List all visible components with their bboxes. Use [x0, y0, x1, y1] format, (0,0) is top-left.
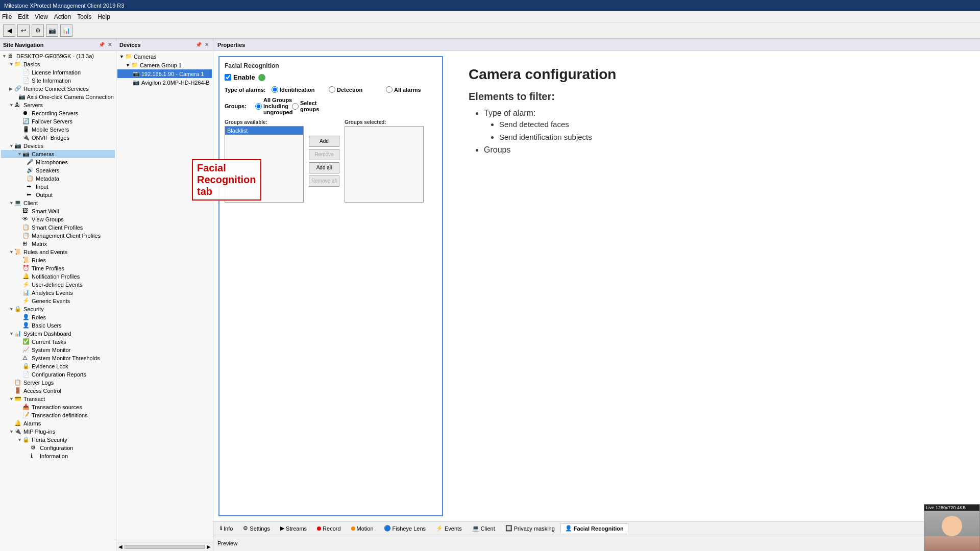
- tree-item-smartwall[interactable]: 🖼 Smart Wall: [1, 207, 115, 215]
- tab-streams[interactable]: ▶ Streams: [276, 523, 311, 533]
- tree-item-mip[interactable]: ▼ 🔌 MIP Plug-ins: [1, 428, 115, 436]
- tree-item-viewgroups[interactable]: 👁 View Groups: [1, 215, 115, 223]
- tree-item-metadata[interactable]: 📋 Metadata: [1, 174, 115, 183]
- groups-label: Groups:: [225, 103, 255, 109]
- devices-camera1[interactable]: 📷 192.168.1.90 - Camera 1: [117, 69, 212, 78]
- groups-all-option[interactable]: All Groups including ungrouped: [255, 97, 286, 115]
- tree-item-herta-config[interactable]: ⚙ Configuration: [1, 444, 115, 452]
- tree-item-servers[interactable]: ▼ 🖧 Servers: [1, 101, 115, 109]
- filter-elements-list: Type of alarm: Send detected faces Send …: [484, 109, 960, 155]
- tree-item-userevents[interactable]: ⚡ User-defined Events: [1, 281, 115, 289]
- tree-item-output[interactable]: ⬅ Output: [1, 191, 115, 199]
- toolbar-btn-4[interactable]: 📷: [46, 24, 58, 37]
- tree-item-thresholds[interactable]: ⚠ System Monitor Thresholds: [1, 354, 115, 362]
- groups-select-option[interactable]: Select groups: [292, 97, 323, 115]
- tree-item-security[interactable]: ▼ 🔒 Security: [1, 305, 115, 313]
- groups-available-list[interactable]: Blacklist: [225, 126, 304, 203]
- group-blacklist-item[interactable]: Blacklist: [225, 127, 303, 135]
- add-all-button[interactable]: Add all: [309, 162, 339, 173]
- devices-scrollbar[interactable]: ◀ ▶: [116, 542, 213, 551]
- tree-item-sysmonitor[interactable]: 📈 System Monitor: [1, 346, 115, 354]
- tree-item-accesscontrol[interactable]: 🚪 Access Control: [1, 387, 115, 395]
- tab-fisheye[interactable]: 🔵 Fisheye Lens: [379, 523, 430, 533]
- tree-item-tasks[interactable]: ✅ Current Tasks: [1, 338, 115, 346]
- tree-item-axis[interactable]: 📷 Axis One-click Camera Connection: [1, 93, 115, 101]
- tab-privacy[interactable]: 🔲 Privacy masking: [501, 523, 559, 533]
- tree-item-license[interactable]: 📄 License Information: [1, 68, 115, 77]
- tree-item-basics[interactable]: ▼ 📁 Basics: [1, 60, 115, 68]
- tree-item-transact[interactable]: ▼ 💳 Transact: [1, 395, 115, 403]
- tree-item-timeprofiles[interactable]: ⏰ Time Profiles: [1, 264, 115, 272]
- tree-item-microphones[interactable]: 🎤 Microphones: [1, 158, 115, 166]
- toolbar-btn-5[interactable]: 📊: [60, 24, 72, 37]
- menu-tools[interactable]: Tools: [77, 13, 91, 20]
- tree-item-herta[interactable]: ▼ 🔒 Herta Security: [1, 436, 115, 444]
- tree-item-cameras[interactable]: ▼ 📷 Cameras: [1, 150, 115, 158]
- tree-item-onvif[interactable]: 🔌 ONVIF Bridges: [1, 134, 115, 142]
- tree-item-mobile[interactable]: 📱 Mobile Servers: [1, 126, 115, 134]
- tab-client[interactable]: 💻 Client: [468, 523, 500, 533]
- tree-item-rules[interactable]: 📜 Rules: [1, 256, 115, 264]
- tree-item-rules-events[interactable]: ▼ 📜 Rules and Events: [1, 248, 115, 256]
- menu-action[interactable]: Action: [54, 13, 71, 20]
- tree-item-basicusers[interactable]: 👤 Basic Users: [1, 321, 115, 330]
- tree-item-matrix[interactable]: ⊞ Matrix: [1, 240, 115, 248]
- remove-all-button[interactable]: Remove all: [309, 176, 339, 187]
- alarm-option-identification[interactable]: Identification: [272, 86, 323, 93]
- tab-record[interactable]: Record: [312, 524, 345, 533]
- tree-item-speakers[interactable]: 🔊 Speakers: [1, 166, 115, 174]
- tree-item-dashboard[interactable]: ▼ 📊 System Dashboard: [1, 330, 115, 338]
- groups-selected-label: Groups selected:: [345, 119, 424, 125]
- tree-item-txdefs[interactable]: 📝 Transaction definitions: [1, 411, 115, 419]
- tree-item-siteinfo[interactable]: 📄 Site Information: [1, 77, 115, 85]
- tab-facial-recognition[interactable]: 👤 Facial Recognition: [560, 523, 628, 533]
- devices-cameras-root[interactable]: ▼ 📁 Cameras: [117, 52, 212, 61]
- toolbar-btn-2[interactable]: ↩: [17, 24, 30, 37]
- menu-file[interactable]: File: [2, 13, 12, 20]
- tree-item-mgmtprofiles[interactable]: 📋 Management Client Profiles: [1, 232, 115, 240]
- scroll-track[interactable]: [125, 545, 205, 549]
- enable-checkbox[interactable]: [225, 74, 231, 81]
- tree-item-analytics[interactable]: 📊 Analytics Events: [1, 289, 115, 297]
- tree-item-failover[interactable]: 🔄 Failover Servers: [1, 117, 115, 126]
- nav-close-btn[interactable]: ✕: [107, 42, 113, 47]
- tree-item-configreports[interactable]: 📄 Configuration Reports: [1, 370, 115, 379]
- remove-button[interactable]: Remove: [309, 149, 339, 160]
- tree-item-genericevents[interactable]: ⚡ Generic Events: [1, 297, 115, 305]
- tab-events[interactable]: ⚡ Events: [431, 523, 467, 533]
- tree-item-herta-info[interactable]: ℹ Information: [1, 452, 115, 460]
- toolbar-btn-3[interactable]: ⚙: [32, 24, 44, 37]
- tab-info[interactable]: ℹ Info: [215, 523, 237, 533]
- send-detected-faces-item: Send detected faces: [499, 120, 960, 129]
- alarm-option-detection[interactable]: Detection: [329, 86, 380, 93]
- menu-help[interactable]: Help: [97, 13, 110, 20]
- menu-view[interactable]: View: [35, 13, 48, 20]
- add-button[interactable]: Add: [309, 136, 339, 147]
- toolbar-btn-1[interactable]: ◀: [3, 24, 15, 37]
- groups-selected-list[interactable]: [345, 126, 424, 203]
- scroll-right-arrow[interactable]: ▶: [205, 544, 213, 549]
- tree-item-smartclient[interactable]: 📋 Smart Client Profiles: [1, 223, 115, 232]
- tab-settings[interactable]: ⚙ Settings: [238, 523, 275, 533]
- tree-item-client[interactable]: ▼ 💻 Client: [1, 199, 115, 207]
- devices-close-btn[interactable]: ✕: [204, 42, 210, 47]
- tree-item-alarms[interactable]: 🔔 Alarms: [1, 419, 115, 428]
- tab-motion[interactable]: Motion: [347, 524, 378, 533]
- tree-item-txsources[interactable]: 📥 Transaction sources: [1, 403, 115, 411]
- tree-item-recording[interactable]: ⏺ Recording Servers: [1, 109, 115, 117]
- tree-item-roles[interactable]: 👤 Roles: [1, 313, 115, 321]
- tree-item-devices[interactable]: ▼ 📷 Devices: [1, 142, 115, 150]
- menu-edit[interactable]: Edit: [18, 13, 29, 20]
- tree-item-remoteconnect[interactable]: ▶ 🔗 Remote Connect Services: [1, 85, 115, 93]
- nav-pin-btn[interactable]: 📌: [97, 42, 106, 47]
- tree-item-notifprofiles[interactable]: 🔔 Notification Profiles: [1, 272, 115, 281]
- devices-pin-btn[interactable]: 📌: [194, 42, 203, 47]
- tree-item-input[interactable]: ➡ Input: [1, 183, 115, 191]
- devices-camera2[interactable]: 📷 Avigilon 2.0MP-HD-H264-B: [117, 78, 212, 87]
- tree-item-server[interactable]: ▼ 🖥 DESKTOP-GE0B9GK - (13.3a): [1, 52, 115, 60]
- devices-camera-group1[interactable]: ▼ 📁 Camera Group 1: [117, 61, 212, 69]
- alarm-option-allalarms[interactable]: All alarms: [386, 86, 437, 93]
- tree-item-serverlogs[interactable]: 📋 Server Logs: [1, 379, 115, 387]
- scroll-left-arrow[interactable]: ◀: [116, 544, 125, 549]
- tree-item-evidencelock[interactable]: 🔒 Evidence Lock: [1, 362, 115, 370]
